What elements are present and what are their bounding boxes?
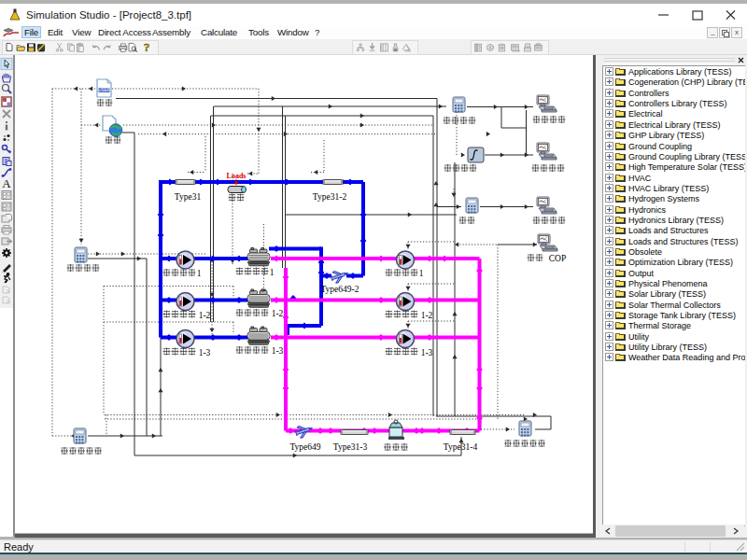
svg-text:A: A: [2, 176, 11, 190]
svg-text:1-2: 1-2: [199, 311, 211, 320]
svg-text:Type31: Type31: [175, 192, 202, 202]
svg-text:Type649: Type649: [289, 442, 320, 452]
svg-text:USER: USER: [98, 88, 110, 92]
svg-text:1: 1: [419, 269, 424, 278]
svg-text:1-2: 1-2: [272, 309, 284, 318]
svg-text:Type649-2: Type649-2: [320, 285, 359, 294]
svg-text:Type31-2: Type31-2: [313, 192, 347, 202]
svg-text:PID: PID: [405, 49, 411, 53]
svg-text:COP: COP: [549, 254, 566, 263]
svg-text:1-2: 1-2: [421, 311, 433, 320]
svg-text:1: 1: [270, 268, 275, 277]
svg-text:Loads: Loads: [227, 172, 247, 180]
svg-text:Type31-4: Type31-4: [444, 442, 478, 452]
svg-text:1: 1: [197, 269, 202, 278]
svg-text:1-3: 1-3: [199, 348, 211, 357]
svg-text:?: ?: [144, 40, 150, 54]
svg-text:Type31-3: Type31-3: [333, 442, 368, 452]
svg-text:1-3: 1-3: [272, 346, 284, 356]
svg-text:1-3: 1-3: [421, 348, 433, 357]
